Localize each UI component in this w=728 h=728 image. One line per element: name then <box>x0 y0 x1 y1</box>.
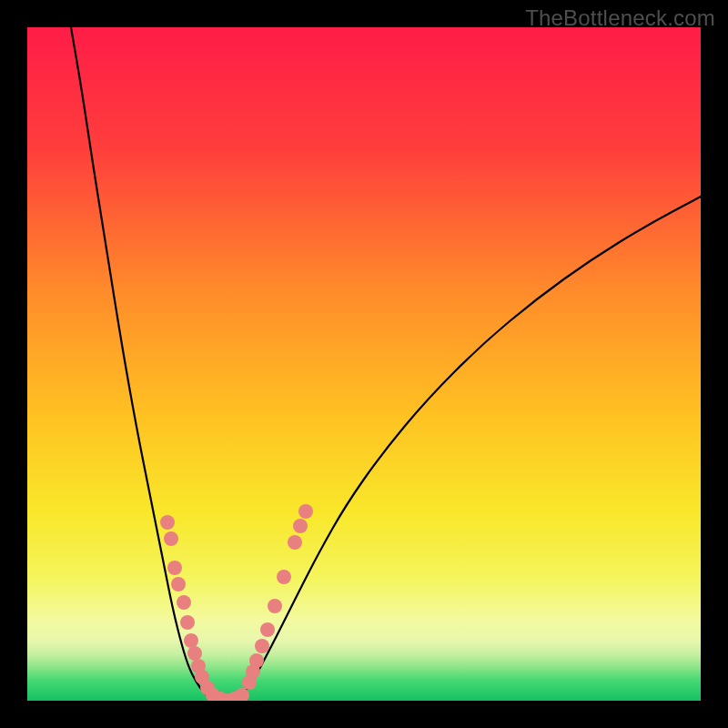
marker-dot <box>249 653 264 668</box>
marker-dot <box>293 519 308 533</box>
marker-dot <box>177 595 191 610</box>
marker-dot <box>268 599 282 613</box>
marker-dot <box>184 633 198 648</box>
marker-dot <box>298 504 313 519</box>
chart-canvas: TheBottleneck.com <box>0 0 728 728</box>
marker-dot <box>180 615 195 630</box>
plot-area <box>27 27 701 701</box>
curve-layer <box>27 27 701 701</box>
marker-dot <box>255 639 269 653</box>
series-right-curve <box>237 197 701 701</box>
marker-dot <box>167 561 182 575</box>
marker-dot <box>160 515 175 530</box>
marker-dot <box>171 577 186 592</box>
marker-dot <box>187 646 202 661</box>
marker-dot <box>260 622 275 637</box>
marker-dot <box>277 570 291 584</box>
series-left-curve <box>71 27 218 701</box>
marker-dot <box>288 535 302 550</box>
marker-dot <box>164 531 178 546</box>
